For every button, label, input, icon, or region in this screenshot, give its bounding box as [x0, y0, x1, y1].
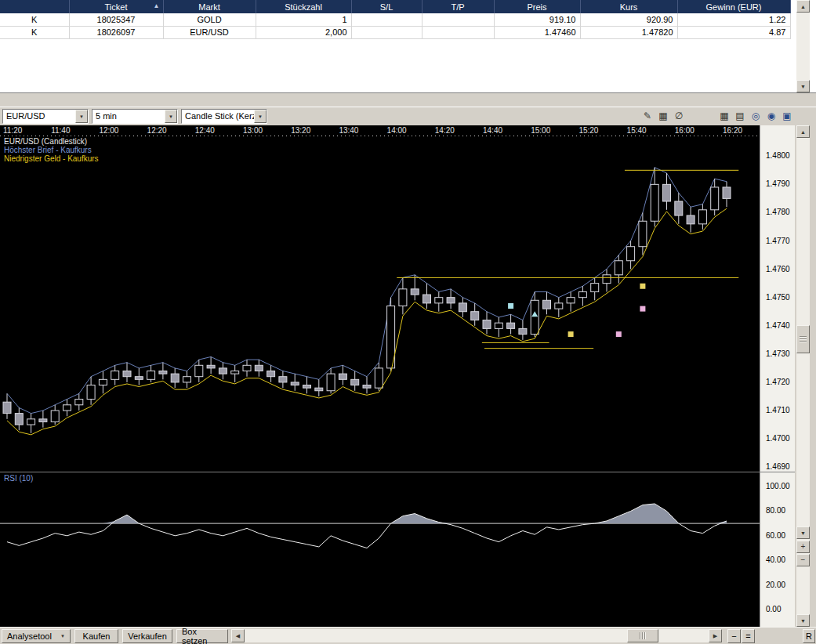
- col-header-preis[interactable]: Preis: [494, 0, 580, 13]
- bottom-toolbar: Analysetool ▼ Kaufen Verkaufen Box setze…: [0, 627, 816, 644]
- scroll-up-icon[interactable]: ▲: [796, 125, 810, 138]
- table-header-row: Ticket▲ Markt Stückzahl S/L T/P Preis Ku…: [0, 0, 790, 13]
- list-icon[interactable]: ▤: [733, 109, 747, 123]
- svg-text:13:00: 13:00: [243, 126, 263, 135]
- col-header-sl[interactable]: S/L: [351, 0, 422, 13]
- timeframe-select-value: 5 min: [92, 110, 165, 123]
- cell-type: K: [0, 26, 69, 38]
- chart-tool-icons: ✎ ▦ ∅ ▦ ▤ ◎ ◉ ▣: [640, 109, 794, 123]
- svg-text:14:40: 14:40: [483, 126, 502, 135]
- col-header-markt[interactable]: Markt: [163, 0, 256, 13]
- target-icon[interactable]: ◎: [749, 109, 763, 123]
- scroll-right-icon[interactable]: ▶: [709, 629, 722, 642]
- chart-grid-icon[interactable]: ▦: [656, 109, 670, 123]
- timeframe-select[interactable]: 5 min ▼: [92, 109, 178, 124]
- cell-stueckzahl: 1: [256, 13, 351, 26]
- positions-table: Ticket▲ Markt Stückzahl S/L T/P Preis Ku…: [0, 0, 791, 39]
- col-header-type[interactable]: [0, 0, 69, 13]
- price-chart-canvas[interactable]: 11:2011:4012:0012:2012:4013:0013:2013:40…: [0, 125, 795, 627]
- cell-stueckzahl: 2,000: [256, 26, 351, 38]
- empty-set-icon[interactable]: ∅: [672, 109, 686, 123]
- svg-text:1.4790: 1.4790: [766, 179, 790, 188]
- svg-text:12:40: 12:40: [195, 126, 215, 135]
- position-row[interactable]: K 18025347 GOLD 1 919.10 920.90 1.22: [0, 13, 790, 26]
- cell-gewinn: 4.87: [677, 26, 790, 38]
- svg-text:1.4770: 1.4770: [766, 237, 790, 245]
- col-header-ticket-label: Ticket: [105, 2, 128, 12]
- cell-preis: 919.10: [494, 13, 580, 26]
- svg-text:1.4690: 1.4690: [766, 462, 790, 471]
- cell-preis: 1.47460: [494, 26, 580, 38]
- svg-text:1.4730: 1.4730: [766, 349, 790, 358]
- record-icon[interactable]: ◉: [764, 109, 778, 123]
- svg-text:15:20: 15:20: [578, 126, 598, 135]
- svg-text:16:00: 16:00: [675, 126, 695, 135]
- svg-text:0.00: 0.00: [766, 605, 782, 613]
- chart-type-select-value: Candle Stick (Kerze: [182, 110, 254, 123]
- cell-tp: [422, 26, 494, 38]
- col-header-kurs[interactable]: Kurs: [580, 0, 677, 13]
- chevron-down-icon[interactable]: ▼: [254, 110, 267, 123]
- chart-horizontal-scrollbar[interactable]: ◀ ▶: [231, 629, 722, 642]
- collapse-panel-button[interactable]: −: [727, 629, 741, 643]
- svg-text:40.00: 40.00: [766, 555, 785, 564]
- svg-text:16:20: 16:20: [723, 126, 742, 135]
- sell-button[interactable]: Verkaufen: [122, 629, 172, 643]
- svg-text:20.00: 20.00: [766, 581, 785, 589]
- scroll-down-icon[interactable]: ▼: [796, 80, 810, 92]
- hscrollbar-thumb[interactable]: [627, 629, 658, 642]
- col-header-ticket[interactable]: Ticket▲: [69, 0, 163, 13]
- cell-kurs: 920.90: [580, 13, 677, 26]
- svg-text:11:40: 11:40: [51, 126, 71, 135]
- cell-markt: EUR/USD: [163, 26, 256, 38]
- chart-type-select[interactable]: Candle Stick (Kerze ▼: [181, 109, 267, 124]
- analysetool-dropdown[interactable]: Analysetool ▼: [2, 629, 71, 643]
- col-header-stueckzahl[interactable]: Stückzahl: [256, 0, 351, 13]
- svg-text:12:00: 12:00: [99, 126, 118, 135]
- scroll-down-icon[interactable]: ▼: [796, 526, 810, 539]
- cell-sl: [351, 13, 422, 26]
- svg-text:1.4780: 1.4780: [766, 208, 790, 216]
- svg-text:13:40: 13:40: [339, 126, 358, 135]
- symbol-select[interactable]: EUR/USD ▼: [2, 109, 89, 124]
- svg-text:RSI (10): RSI (10): [4, 474, 33, 483]
- reset-chart-button[interactable]: R: [803, 629, 815, 643]
- cell-type: K: [0, 13, 69, 26]
- chart-toolbar: EUR/USD ▼ 5 min ▼ Candle Stick (Kerze ▼ …: [0, 107, 816, 125]
- svg-text:EUR/USD (Candlestick): EUR/USD (Candlestick): [4, 137, 87, 146]
- grid-icon[interactable]: ▦: [717, 109, 731, 123]
- chevron-down-icon[interactable]: ▼: [165, 110, 177, 123]
- position-row[interactable]: K 18026097 EUR/USD 2,000 1.47460 1.47820…: [0, 26, 790, 38]
- scroll-up-icon[interactable]: ▲: [796, 0, 810, 13]
- col-header-gewinn[interactable]: Gewinn (EUR): [677, 0, 790, 13]
- chart-scrollbar-thumb[interactable]: [796, 325, 810, 353]
- cell-ticket: 18025347: [69, 13, 163, 26]
- svg-text:80.00: 80.00: [766, 506, 785, 515]
- panel-splitter[interactable]: [0, 92, 816, 107]
- chevron-down-icon[interactable]: ▼: [75, 110, 88, 123]
- analysetool-label: Analysetool: [7, 631, 52, 641]
- zoom-in-button[interactable]: +: [796, 541, 810, 553]
- restore-panel-button[interactable]: =: [742, 629, 755, 643]
- positions-scrollbar[interactable]: ▲ ▼: [796, 0, 810, 92]
- svg-text:Höchster Brief - Kaufkurs: Höchster Brief - Kaufkurs: [4, 146, 92, 154]
- zoom-out-button[interactable]: −: [796, 554, 810, 566]
- svg-text:11:20: 11:20: [3, 126, 23, 135]
- cascade-windows-icon[interactable]: ▣: [780, 109, 794, 123]
- svg-text:100.00: 100.00: [766, 482, 790, 490]
- cell-ticket: 18026097: [69, 26, 163, 38]
- pencil-icon[interactable]: ✎: [640, 109, 655, 123]
- set-box-button[interactable]: Box setzen: [176, 629, 228, 643]
- svg-text:1.4700: 1.4700: [766, 434, 790, 443]
- svg-text:1.4800: 1.4800: [766, 151, 790, 160]
- buy-button[interactable]: Kaufen: [74, 629, 118, 643]
- cell-kurs: 1.47820: [580, 26, 677, 38]
- svg-text:14:00: 14:00: [387, 126, 407, 135]
- scroll-left-icon[interactable]: ◀: [231, 629, 245, 642]
- chevron-down-icon: ▼: [60, 634, 65, 639]
- chart-scrollbar[interactable]: ▲ ▼ + − ▼: [796, 125, 810, 627]
- rsi-scroll-down-icon[interactable]: ▼: [796, 614, 810, 627]
- col-header-tp[interactable]: T/P: [422, 0, 494, 13]
- svg-text:12:20: 12:20: [147, 126, 167, 135]
- svg-text:1.4750: 1.4750: [766, 293, 790, 302]
